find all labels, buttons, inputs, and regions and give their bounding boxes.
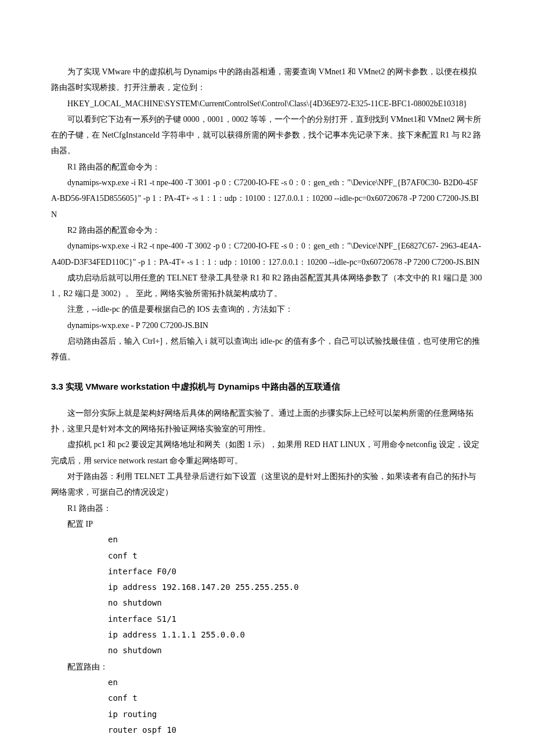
paragraph-note: 注意，--idle-pc 的值是要根据自己的 IOS 去查询的，方法如下： xyxy=(51,301,483,317)
code-line: no shutdown xyxy=(51,643,483,658)
code-line: ip routing xyxy=(51,707,483,722)
code-line: ip address 1.1.1.1 255.0.0.0 xyxy=(51,627,483,643)
code-line: ip address 192.168.147.20 255.255.255.0 xyxy=(51,579,483,595)
code-line: interface F0/0 xyxy=(51,564,483,579)
paragraph-registry-path: HKEY_LOCAL_MACHINE\SYSTEM\CurrentControl… xyxy=(51,96,483,111)
paragraph: 成功启动后就可以用任意的 TELNET 登录工具登录 R1 和 R2 路由器配置… xyxy=(51,270,483,302)
paragraph-r2-label: R2 路由器的配置命令为： xyxy=(51,222,483,238)
paragraph-r2-cmd: dynamips-wxp.exe -i R2 -t npe-400 -T 300… xyxy=(51,238,483,270)
paragraph: 可以看到它下边有一系列的子键 0000，0001，0002 等等，一个一个的分别… xyxy=(51,111,483,159)
paragraph: 为了实现 VMware 中的虚拟机与 Dynamips 中的路由器相通，需要查询… xyxy=(51,64,483,96)
section-heading-3-3: 3.3 实现 VMware workstation 中虚拟机与 Dynamips… xyxy=(51,378,483,395)
paragraph-config-route: 配置路由： xyxy=(51,659,483,675)
paragraph: 启动路由器后，输入 Ctrl+]，然后输入 i 就可以查询出 idle-pc 的… xyxy=(51,333,483,365)
paragraph: 对于路由器：利用 TELNET 工具登录后进行如下设置（这里说的是针对上图拓扑的… xyxy=(51,469,483,501)
code-line: interface S1/1 xyxy=(51,611,483,627)
paragraph-cmd: dynamips-wxp.exe - P 7200 C7200-JS.BIN xyxy=(51,318,483,333)
code-line: en xyxy=(51,675,483,690)
paragraph-r1-router: R1 路由器： xyxy=(51,501,483,516)
paragraph-config-ip: 配置 IP xyxy=(51,516,483,532)
code-line: no shutdown xyxy=(51,595,483,611)
code-line: en xyxy=(51,532,483,548)
code-line: conf t xyxy=(51,548,483,564)
paragraph: 虚拟机 pc1 和 pc2 要设定其网络地址和网关（如图 1 示），如果用 RE… xyxy=(51,437,483,469)
code-line: router ospf 10 xyxy=(51,722,483,738)
paragraph-r1-cmd: dynamips-wxp.exe -i R1 -t npe-400 -T 300… xyxy=(51,175,483,222)
paragraph: 这一部分实际上就是架构好网络后具体的网络配置实验了。通过上面的步骤实际上已经可以… xyxy=(51,405,483,437)
paragraph-r1-label: R1 路由器的配置命令为： xyxy=(51,159,483,175)
code-line: conf t xyxy=(51,690,483,706)
